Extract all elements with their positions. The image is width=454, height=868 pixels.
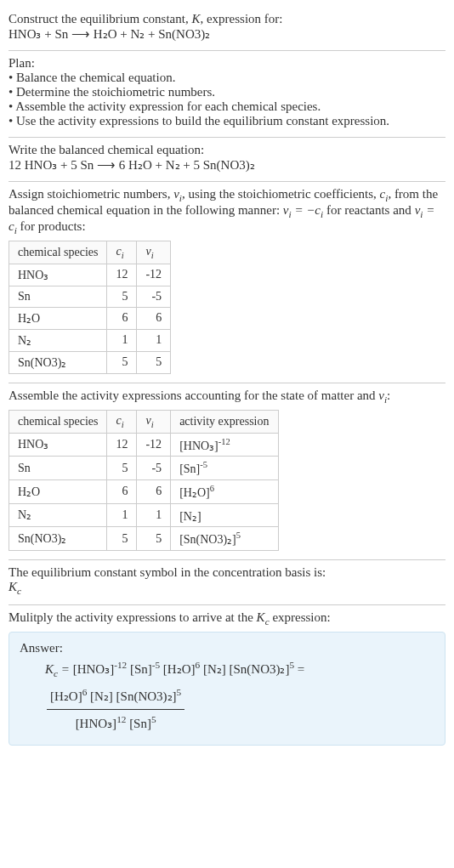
table-row: Sn(NO3)₂55	[9, 351, 171, 373]
cell-nui: 1	[137, 503, 171, 527]
table-row: HNO₃12-12[HNO₃]-12	[9, 433, 279, 457]
cell-ci: 1	[107, 329, 137, 351]
table-row: HNO₃12-12	[9, 264, 171, 286]
cell-ci: 5	[107, 457, 137, 480]
cell-activity: [Sn]-5	[171, 457, 278, 480]
cell-ci: 6	[107, 307, 137, 329]
act-base: [Sn]	[179, 462, 200, 475]
col-species: chemical species	[9, 241, 107, 264]
activity-table: chemical species ci νi activity expressi…	[9, 410, 279, 551]
cell-species: Sn	[9, 457, 107, 480]
term-2: [Sn]-5	[130, 662, 160, 676]
term-base: [H₂O]	[163, 662, 196, 676]
stoich-table: chemical species ci νi HNO₃12-12 Sn5-5 H…	[9, 241, 171, 374]
term-base: [Sn(NO3)₂]	[229, 662, 289, 676]
cell-nui: -5	[137, 286, 171, 307]
question-line1: Construct the equilibrium constant, K, e…	[9, 12, 445, 26]
table-row: H₂O66	[9, 307, 171, 329]
balanced-section: Write the balanced chemical equation: 12…	[9, 138, 445, 181]
term-4: [N₂]	[203, 662, 226, 676]
table-header-row: chemical species ci νi	[9, 241, 171, 264]
term-base: [HNO₃]	[76, 717, 117, 730]
fraction: [H₂O]6 [N₂] [Sn(NO3)₂]5 [HNO₃]12 [Sn]5	[47, 683, 184, 736]
var-nu-i: νi	[378, 389, 387, 402]
col-nui: νi	[137, 410, 171, 433]
var-nu-i: νi	[173, 187, 182, 201]
symbol-line: The equilibrium constant symbol in the c…	[9, 565, 445, 580]
plan-bullet-3: • Assemble the activity expression for e…	[9, 99, 445, 114]
term-exp: 5	[289, 660, 294, 670]
cell-species: H₂O	[9, 479, 107, 503]
cell-nui: -5	[137, 457, 171, 480]
plan-bullet-4: • Use the activity expressions to build …	[9, 114, 445, 128]
stoich-intro-a: Assign stoichiometric numbers,	[9, 187, 173, 201]
plan-bullet-1: • Balance the chemical equation.	[9, 71, 445, 85]
multiply-line-b: expression:	[270, 610, 331, 624]
multiply-line: Mulitply the activity expressions to arr…	[9, 610, 445, 627]
table-row: N₂11[N₂]	[9, 503, 279, 527]
term-base: [Sn(NO3)₂]	[116, 689, 177, 703]
act-base: [H₂O]	[179, 486, 210, 499]
plan-bullet-2: • Determine the stoichiometric numbers.	[9, 85, 445, 99]
act-base: [HNO₃]	[179, 439, 218, 451]
stoich-intro-e: for products:	[17, 219, 86, 233]
act-exp: 5	[236, 530, 241, 540]
act-exp: -5	[200, 460, 207, 469]
cell-nui: 6	[137, 307, 171, 329]
multiply-line-a: Mulitply the activity expressions to arr…	[9, 610, 257, 624]
term-base: [H₂O]	[50, 689, 82, 703]
term-5: [Sn(NO3)₂]5	[229, 662, 294, 676]
activity-intro: Assemble the activity expressions accoun…	[9, 389, 445, 405]
activity-section: Assemble the activity expressions accoun…	[9, 383, 445, 559]
cell-species: N₂	[9, 503, 107, 527]
cell-species: Sn	[9, 286, 107, 307]
cell-ci: 12	[107, 264, 137, 286]
cell-ci: 5	[107, 286, 137, 307]
cell-species: H₂O	[9, 307, 107, 329]
cell-activity: [HNO₃]-12	[171, 433, 278, 457]
question-header: Construct the equilibrium constant, K, e…	[9, 7, 445, 50]
col-ci: ci	[107, 410, 137, 433]
term-exp: 5	[177, 687, 182, 697]
stoich-intro-d: for reactants and	[323, 203, 414, 217]
stoich-section: Assign stoichiometric numbers, νi, using…	[9, 182, 445, 383]
term-base: [N₂]	[203, 662, 226, 676]
question-equation: HNO₃ + Sn ⟶ H₂O + N₂ + Sn(NO3)₂	[9, 26, 445, 42]
cell-nui: 1	[137, 329, 171, 351]
cell-species: Sn(NO3)₂	[9, 351, 107, 373]
term-exp: 6	[196, 660, 201, 670]
cell-ci: 12	[107, 433, 137, 457]
stoich-intro-b: , using the stoichiometric coefficients,	[182, 187, 380, 201]
col-nui: νi	[137, 241, 171, 264]
cell-species: HNO₃	[9, 264, 107, 286]
cell-ci: 5	[107, 527, 137, 551]
balanced-title: Write the balanced chemical equation:	[9, 143, 445, 157]
cell-species: HNO₃	[9, 433, 107, 457]
cell-species: N₂	[9, 329, 107, 351]
cell-ci: 5	[107, 351, 137, 373]
table-row: Sn5-5	[9, 286, 171, 307]
col-activity: activity expression	[171, 410, 278, 433]
var-k: K	[191, 12, 200, 26]
term-3: [H₂O]6	[163, 662, 200, 676]
cell-ci: 1	[107, 503, 137, 527]
act-exp: -12	[218, 437, 230, 446]
act-base: [Sn(NO3)₂]	[179, 533, 236, 546]
question-line1-b: , expression for:	[200, 12, 282, 26]
cell-activity: [N₂]	[171, 503, 278, 527]
cell-ci: 6	[107, 479, 137, 503]
term-base: [HNO₃]	[73, 662, 115, 676]
activity-intro-b: :	[387, 389, 390, 402]
eq-nu-neg-c: νi = −ci	[283, 203, 323, 217]
plan-title: Plan:	[9, 56, 445, 71]
act-exp: 6	[210, 484, 214, 493]
answer-equation: Kc = [HNO₃]-12 [Sn]-5 [H₂O]6 [N₂] [Sn(NO…	[20, 655, 434, 737]
cell-activity: [H₂O]6	[171, 479, 278, 503]
cell-nui: -12	[137, 433, 171, 457]
question-line1-a: Construct the equilibrium constant,	[9, 12, 191, 26]
term-1: [HNO₃]-12	[73, 662, 128, 676]
cell-nui: -12	[137, 264, 171, 286]
answer-label: Answer:	[20, 641, 434, 655]
term-exp: 12	[116, 714, 126, 724]
term-base: [Sn]	[129, 717, 151, 730]
